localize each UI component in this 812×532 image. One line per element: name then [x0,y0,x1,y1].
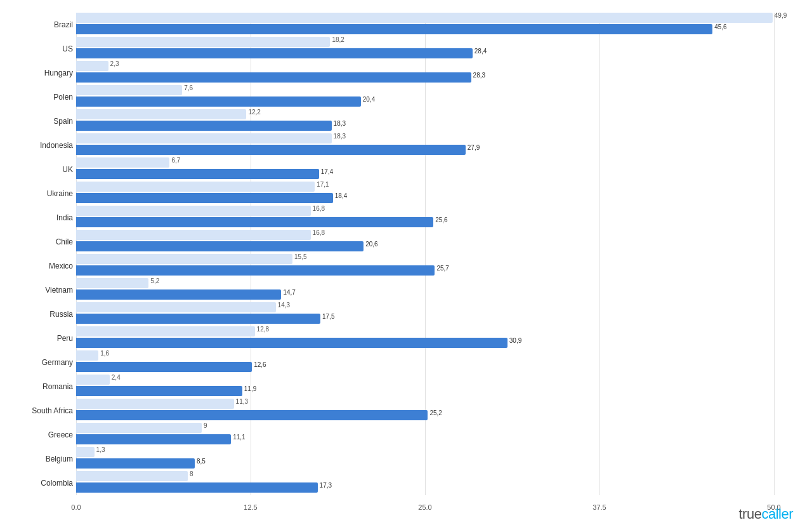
bar-2019 [76,350,98,361]
bar-row: Ukraine17,118,4 [76,182,774,206]
bars-group: 49,945,6 [76,13,774,37]
bar-value-2019: 2,4 [112,374,121,381]
bar-value-2019: 8 [190,470,193,477]
bar-2020 [76,265,435,276]
country-label: India [3,213,73,222]
country-label: Germany [3,358,73,367]
bar-2019 [76,471,188,481]
country-label: Russia [3,310,73,319]
bar-2020 [76,458,195,469]
bar-value-2020: 45,6 [714,23,726,30]
chart-area: 0.012.525.037.550.0Brazil49,945,6US18,22… [76,13,774,495]
bar-value-2019: 49,9 [775,12,787,19]
logo-text-caller: caller [761,506,793,522]
bar-2019 [76,326,255,336]
bar-value-2020: 18,4 [335,192,347,199]
bars-group: 18,327,9 [76,133,774,157]
bar-2020 [76,386,242,396]
logo-text-true: true [739,506,762,522]
bar-value-2020: 11,1 [233,434,245,441]
bar-value-2019: 1,3 [96,446,105,453]
bar-value-2019: 6,7 [171,157,180,164]
bar-row: Chile16,820,6 [76,230,774,254]
bars-group: 17,118,4 [76,182,774,206]
bar-row: Germany1,612,6 [76,350,774,375]
bar-value-2019: 17,1 [317,181,329,188]
x-axis-tick-label: 25.0 [418,503,431,511]
bar-value-2020: 17,5 [322,313,334,320]
bar-2019 [76,230,311,240]
bar-row: Vietnam5,214,7 [76,278,774,302]
bar-row: Colombia817,3 [76,471,774,495]
bar-2020 [76,48,473,58]
bars-group: 16,825,6 [76,206,774,230]
bar-value-2020: 30,9 [509,337,521,344]
country-label: Brazil [3,20,73,29]
bar-value-2020: 17,4 [321,168,333,175]
bar-value-2020: 20,4 [363,96,375,103]
bar-2019 [76,182,315,192]
grid-line [774,13,775,495]
bar-value-2019: 18,3 [334,133,346,140]
bars-group: 7,620,4 [76,85,774,109]
bar-value-2019: 12,2 [248,109,260,116]
country-label: Romania [3,382,73,391]
bars-group: 18,228,4 [76,37,774,61]
country-label: UK [3,165,73,174]
bar-2019 [76,278,148,288]
bars-group: 12,830,9 [76,326,774,350]
country-label: Peru [3,334,73,343]
bar-value-2019: 9 [204,422,207,429]
bar-value-2019: 11,3 [236,398,248,405]
bars-group: 14,317,5 [76,302,774,326]
country-label: US [3,44,73,53]
bar-row: India16,825,6 [76,206,774,230]
bar-2020 [76,241,363,251]
bar-value-2019: 2,3 [110,60,119,67]
bar-row: Greece911,1 [76,423,774,447]
bar-2020 [76,193,333,203]
country-label: Greece [3,430,73,439]
truecaller-logo: truecaller [739,506,794,522]
bar-2019 [76,109,246,119]
bar-value-2019: 1,6 [100,350,109,357]
bar-value-2020: 18,3 [334,120,346,127]
bar-row: Polen7,620,4 [76,85,774,109]
bar-2019 [76,254,292,264]
country-label: Chile [3,237,73,246]
bar-value-2020: 25,6 [435,216,447,223]
bars-group: 16,820,6 [76,230,774,254]
bars-group: 15,525,7 [76,254,774,278]
bar-2020 [76,217,433,227]
x-axis-tick-label: 37.5 [593,503,606,511]
bar-value-2020: 14,7 [283,289,295,296]
bar-row: Mexico15,525,7 [76,254,774,278]
bar-2020 [76,338,508,348]
bar-2020 [76,96,361,107]
bar-row: US18,228,4 [76,37,774,61]
bar-row: Spain12,218,3 [76,109,774,133]
bars-group: 5,214,7 [76,278,774,302]
bar-2019 [76,37,330,47]
bar-value-2019: 5,2 [150,277,159,284]
country-label: Spain [3,117,73,126]
bars-group: 817,3 [76,471,774,495]
bar-value-2019: 16,8 [313,229,325,236]
bar-2020 [76,362,252,372]
bar-2020 [76,434,231,444]
bars-group: 1,612,6 [76,350,774,375]
bar-2020 [76,121,332,131]
bar-value-2020: 11,9 [244,385,256,392]
bar-value-2019: 16,8 [313,205,325,212]
country-label: South Africa [3,406,73,415]
bar-value-2020: 25,7 [436,265,449,272]
bar-2020 [76,169,319,179]
bar-value-2020: 28,3 [473,72,485,79]
bar-row: Indonesia18,327,9 [76,133,774,157]
country-label: Belgium [3,455,73,463]
bar-2019 [76,206,311,216]
x-axis-tick-label: 0.0 [71,503,81,511]
bar-value-2020: 17,3 [320,482,332,489]
bar-2019 [76,133,332,143]
bar-value-2020: 28,4 [475,48,487,55]
